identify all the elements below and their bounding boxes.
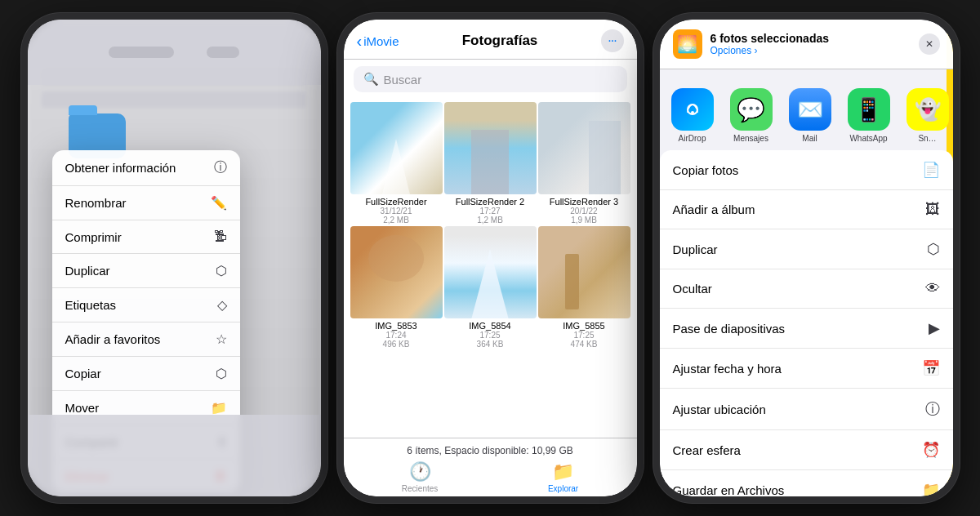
folder-area — [69, 89, 126, 158]
photo-cell-5[interactable]: IMG_5854 17:25 364 KB — [444, 226, 537, 349]
context-item-compress[interactable]: Comprimir 🗜 — [52, 220, 240, 254]
context-label-copy: Copiar — [65, 367, 101, 380]
tab-recientes[interactable]: 🕐 Recientes — [402, 461, 438, 493]
context-item-rename[interactable]: Renombrar ✏️ — [52, 186, 240, 220]
photo-date-3: 20/1/22 — [570, 207, 597, 216]
phone2-footer: 6 ítems, Espacio disponible: 10,99 GB 🕐 … — [344, 438, 637, 496]
photo-date-5: 17:25 — [479, 331, 500, 340]
photo-size-4: 496 KB — [383, 340, 410, 349]
page-title: Fotografías — [462, 33, 538, 49]
action-slideshow[interactable]: Pase de diapositivas ▶ — [660, 309, 953, 349]
share-app-whatsapp[interactable]: 📱 WhatsApp — [843, 88, 895, 143]
close-button[interactable]: ✕ — [919, 33, 940, 55]
phone-2: iMovie Fotografías 🔍 Buscar FullSizeRend… — [337, 13, 644, 503]
action-create-sphere[interactable]: Crear esfera ⏰ — [660, 430, 953, 470]
action-label-duplicate: Duplicar — [673, 242, 718, 256]
sphere-icon: ⏰ — [922, 441, 940, 459]
search-placeholder: Buscar — [384, 73, 422, 87]
phone1-screen: Obtener información ⓘ Renombrar ✏️ Compr… — [28, 20, 321, 496]
photo-thumb-4 — [350, 226, 443, 318]
share-app-messages[interactable]: 💬 Mensajes — [725, 88, 777, 143]
building-shape — [373, 139, 420, 194]
copy-icon: ⬡ — [216, 366, 227, 381]
tab-explorar-label: Explorar — [548, 484, 578, 493]
more-button[interactable] — [601, 29, 624, 52]
blur-pill-2 — [207, 47, 239, 58]
action-label-create-sphere: Crear esfera — [673, 443, 741, 457]
photo-cell-3[interactable]: FullSizeRender 3 20/1/22 1,9 MB — [538, 102, 630, 225]
photo-name-5: IMG_5854 — [469, 321, 510, 331]
building-shape-2 — [471, 130, 508, 194]
context-item-favorites[interactable]: Añadir a favoritos ☆ — [52, 322, 240, 357]
action-adjust-date[interactable]: Ajustar fecha y hora 📅 — [660, 349, 953, 389]
info-icon: ⓘ — [214, 159, 227, 176]
context-label-move: Mover — [65, 401, 100, 415]
tower-shape — [471, 249, 508, 318]
photo-cell-4[interactable]: IMG_5853 17:24 496 KB — [350, 226, 443, 349]
photo-thumb-6 — [538, 226, 630, 318]
share-app-snap[interactable]: 👻 Sn… — [902, 88, 953, 143]
hide-icon: 👁 — [925, 280, 940, 297]
photo-date-2: 17:27 — [479, 207, 500, 216]
slideshow-icon: ▶ — [929, 319, 940, 337]
tab-explorar[interactable]: 📁 Explorar — [548, 461, 578, 493]
calendar-icon: 📅 — [922, 359, 940, 377]
share-apps-row: AirDrop 💬 Mensajes ✉️ Mail 📱 WhatsApp — [660, 78, 953, 153]
action-label-hide: Ocultar — [673, 282, 712, 296]
whatsapp-label: WhatsApp — [849, 134, 887, 143]
photo-cell-1[interactable]: FullSizeRender 31/12/21 2,2 MB — [350, 102, 443, 225]
photo-cell-6[interactable]: IMG_5855 17:25 474 KB — [538, 226, 630, 349]
compress-icon: 🗜 — [214, 229, 227, 244]
folder-move-icon: 📁 — [211, 400, 227, 416]
chevron-left-icon — [357, 32, 363, 51]
messages-icon: 💬 — [730, 88, 773, 131]
action-add-album[interactable]: Añadir a álbum 🖼 — [660, 190, 953, 229]
photo-grid: FullSizeRender 31/12/21 2,2 MB FullSizeR… — [344, 99, 637, 352]
share-actions: Copiar fotos 📄 Añadir a álbum 🖼 Duplicar… — [660, 150, 953, 496]
messages-label: Mensajes — [733, 134, 768, 143]
photo-date-1: 31/12/21 — [381, 207, 412, 216]
context-item-duplicate[interactable]: Duplicar ⬡ — [52, 254, 240, 288]
blur-pill-1 — [109, 47, 174, 58]
photo-size-3: 1,9 MB — [571, 216, 597, 225]
share-app-airdrop[interactable]: AirDrop — [666, 88, 719, 143]
tag-icon: ◇ — [217, 297, 227, 313]
context-item-info[interactable]: Obtener información ⓘ — [52, 150, 240, 186]
photo-name-2: FullSizeRender 2 — [456, 197, 524, 207]
context-label-duplicate: Duplicar — [65, 264, 110, 278]
action-copy-photos[interactable]: Copiar fotos 📄 — [660, 150, 953, 190]
share-app-mail[interactable]: ✉️ Mail — [784, 88, 836, 143]
share-options-button[interactable]: Opciones › — [710, 45, 830, 56]
files-icon: 📁 — [922, 481, 940, 496]
copy-photos-icon: 📄 — [922, 161, 940, 179]
share-avatar: 🌅 — [673, 29, 702, 59]
context-item-tags[interactable]: Etiquetas ◇ — [52, 288, 240, 322]
photo-thumb-1 — [350, 102, 443, 194]
action-save-files[interactable]: Guardar en Archivos 📁 — [660, 470, 953, 496]
phone-3: 🌅 6 fotos seleccionadas Opciones › ✕ — [653, 13, 960, 503]
action-adjust-location[interactable]: Ajustar ubicación ⓘ — [660, 389, 953, 430]
photo-thumb-2 — [444, 102, 537, 194]
action-hide[interactable]: Ocultar 👁 — [660, 269, 953, 309]
back-button[interactable]: iMovie — [357, 32, 399, 51]
duplicate-action-icon: ⬡ — [927, 240, 940, 258]
photo-size-2: 1,2 MB — [477, 216, 503, 225]
action-label-adjust-date: Ajustar fecha y hora — [673, 362, 782, 376]
action-duplicate[interactable]: Duplicar ⬡ — [660, 229, 953, 269]
photo-cell-2[interactable]: FullSizeRender 2 17:27 1,2 MB — [444, 102, 537, 225]
photo-size-5: 364 KB — [477, 340, 504, 349]
search-bar[interactable]: 🔍 Buscar — [354, 66, 627, 92]
context-item-copy[interactable]: Copiar ⬡ — [52, 357, 240, 391]
photo-thumb-5 — [444, 226, 537, 318]
nav-bar: iMovie Fotografías — [344, 20, 637, 60]
post-shape — [565, 254, 579, 309]
share-title-block: 6 fotos seleccionadas Opciones › — [710, 32, 830, 56]
close-icon: ✕ — [925, 38, 933, 50]
photo-name-1: FullSizeRender — [365, 197, 426, 207]
context-label-info: Obtener información — [65, 161, 176, 175]
context-label-favorites: Añadir a favoritos — [65, 332, 161, 346]
phone-1: Obtener información ⓘ Renombrar ✏️ Compr… — [21, 13, 327, 503]
action-label-save-files: Guardar en Archivos — [673, 483, 785, 497]
clock-icon: 🕐 — [409, 461, 431, 483]
building-shape-3 — [589, 121, 621, 194]
